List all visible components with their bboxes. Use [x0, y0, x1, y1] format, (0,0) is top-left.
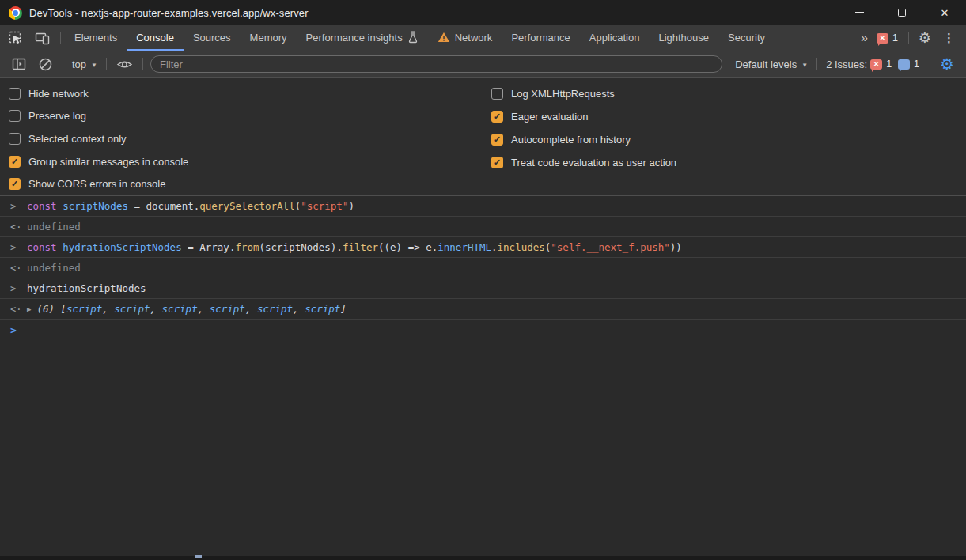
console-messages: >const scriptNodes = document.querySelec…	[0, 196, 966, 320]
tab-network[interactable]: Network	[428, 25, 502, 51]
javascript-context-dropdown[interactable]: top ▼	[67, 59, 102, 70]
chevron-down-icon: ▼	[801, 62, 808, 69]
close-button[interactable]: ✕	[923, 0, 966, 25]
checkbox[interactable]: ✓	[491, 111, 503, 123]
message-count: 1	[914, 59, 919, 70]
sidebar-panel-icon	[12, 57, 27, 72]
console-input-row: >const scriptNodes = document.querySelec…	[0, 196, 966, 217]
setting-show-cors-errors-in-console[interactable]: ✓Show CORS errors in console	[9, 172, 483, 195]
checkbox[interactable]	[491, 88, 503, 100]
console-text: (6) [script, script, script, script, scr…	[36, 303, 346, 315]
create-live-expression-button[interactable]	[111, 57, 138, 72]
devtools-menu-button[interactable]: ⋮	[937, 31, 961, 45]
warning-icon	[438, 32, 450, 43]
tab-label: Lighthouse	[658, 32, 709, 44]
minimize-button[interactable]	[838, 0, 881, 25]
expand-triangle-icon[interactable]: ▶	[27, 305, 31, 313]
tab-sources[interactable]: Sources	[184, 25, 241, 51]
tab-elements[interactable]: Elements	[65, 25, 127, 51]
checkbox-label: Preserve log	[28, 110, 86, 122]
issues-summary[interactable]: 2 Issues:	[826, 59, 867, 70]
checkbox[interactable]: ✓	[9, 178, 21, 190]
tab-label: Performance	[511, 32, 570, 44]
tab-label: Memory	[250, 32, 287, 44]
result-arrow-icon: <·	[10, 221, 21, 233]
checkbox[interactable]: ✓	[491, 157, 503, 168]
setting-log-xmlhttprequests[interactable]: Log XMLHttpRequests	[491, 82, 676, 105]
console-text: undefined	[27, 262, 81, 274]
input-chevron-icon: >	[10, 201, 21, 212]
settings-right: Log XMLHttpRequests✓Eager evaluation✓Aut…	[483, 82, 676, 195]
console-input-row: >hydrationScriptNodes	[0, 278, 966, 299]
filter-input[interactable]	[150, 55, 722, 73]
tab-performance-insights[interactable]: Performance insights	[297, 25, 428, 51]
console-text: hydrationScriptNodes	[27, 282, 146, 294]
setting-hide-network[interactable]: Hide network	[9, 82, 483, 105]
prompt-chevron-icon: >	[10, 324, 17, 336]
toggle-sidebar-button[interactable]	[6, 57, 32, 72]
tab-strip: ElementsConsoleSourcesMemoryPerformance …	[65, 25, 775, 51]
divider	[60, 32, 61, 44]
log-levels-dropdown[interactable]: Default levels ▼	[730, 59, 813, 70]
more-tabs-button[interactable]: »	[853, 31, 877, 45]
console-settings-button[interactable]: ⚙	[934, 56, 960, 72]
devtools-settings-button[interactable]: ⚙	[913, 31, 937, 45]
page-errors-icon[interactable]: ✕	[877, 33, 888, 44]
console-result-row: <·undefined	[0, 217, 966, 237]
checkbox[interactable]	[9, 110, 21, 122]
checkbox[interactable]	[9, 133, 21, 145]
checkbox-label: Group similar messages in console	[28, 156, 188, 168]
setting-eager-evaluation[interactable]: ✓Eager evaluation	[491, 105, 676, 128]
levels-label: Default levels	[735, 59, 797, 70]
tab-label: Application	[589, 32, 640, 44]
inspect-icon	[9, 31, 24, 46]
tab-security[interactable]: Security	[718, 25, 775, 51]
console-text: const hydrationScriptNodes = Array.from(…	[27, 241, 682, 253]
window-title: DevTools - nextjs-app-router-examples.ve…	[29, 7, 309, 19]
context-label: top	[72, 59, 86, 70]
setting-group-similar-messages-in-console[interactable]: ✓Group similar messages in console	[9, 150, 483, 173]
tab-label: Console	[136, 32, 174, 44]
flask-icon	[407, 31, 419, 44]
window-controls: ✕	[838, 0, 966, 25]
tab-memory[interactable]: Memory	[241, 25, 297, 51]
result-arrow-icon: <·	[10, 304, 21, 315]
tab-lighthouse[interactable]: Lighthouse	[649, 25, 718, 51]
close-icon: ✕	[941, 7, 949, 19]
minimize-icon	[855, 12, 864, 13]
console-prompt[interactable]: >	[0, 320, 966, 340]
console-toolbar: top ▼ Default levels ▼ 2 Issues: ✕ 1 1 ⚙	[0, 51, 966, 78]
setting-treat-code-evaluation-as-user-action[interactable]: ✓Treat code evaluation as user action	[491, 151, 676, 174]
input-chevron-icon: >	[10, 283, 21, 294]
checkbox[interactable]: ✓	[9, 156, 21, 168]
maximize-button[interactable]	[881, 0, 923, 25]
setting-autocomplete-from-history[interactable]: ✓Autocomplete from history	[491, 128, 676, 151]
setting-preserve-log[interactable]: Preserve log	[9, 105, 483, 128]
tab-label: Elements	[74, 32, 117, 44]
setting-selected-context-only[interactable]: Selected context only	[9, 127, 483, 150]
console-result-row: <·▶(6) [script, script, script, script, …	[0, 299, 966, 320]
inspect-element-button[interactable]	[3, 25, 29, 51]
page-errors-count: 1	[892, 32, 898, 44]
tab-bar-right: » ✕ 1 ⚙ ⋮	[853, 25, 966, 51]
console-text: const scriptNodes = document.querySelect…	[27, 200, 354, 212]
clear-console-button[interactable]	[32, 57, 59, 72]
window-title-bar: DevTools - nextjs-app-router-examples.ve…	[0, 0, 966, 25]
checkbox-label: Treat code evaluation as user action	[511, 157, 676, 168]
checkbox-label: Autocomplete from history	[511, 134, 631, 146]
divider	[816, 58, 817, 70]
checkbox-label: Show CORS errors in console	[28, 178, 165, 190]
toggle-device-toolbar-button[interactable]	[29, 25, 56, 51]
divider	[106, 58, 107, 70]
tab-performance[interactable]: Performance	[502, 25, 579, 51]
gear-icon: ⚙	[919, 31, 931, 45]
checkbox-label: Hide network	[28, 88, 89, 100]
divider	[908, 32, 909, 44]
checkbox[interactable]	[9, 88, 21, 100]
tab-console[interactable]: Console	[127, 25, 184, 51]
tab-label: Sources	[193, 32, 231, 44]
chevron-down-icon: ▼	[91, 62, 97, 69]
checkbox[interactable]: ✓	[491, 134, 503, 146]
tab-label: Performance insights	[306, 32, 403, 44]
tab-application[interactable]: Application	[580, 25, 650, 51]
